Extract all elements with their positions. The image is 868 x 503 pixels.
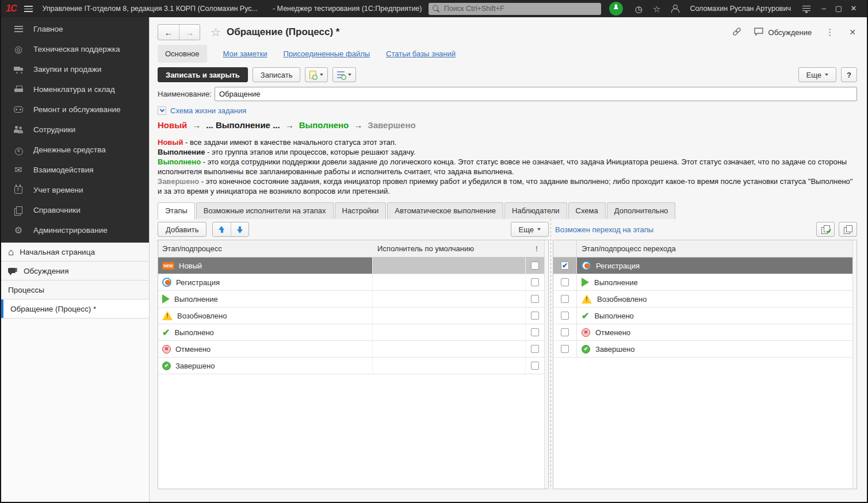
- sidebar-item-repair-service[interactable]: Ремонт и обслуживание: [1, 99, 149, 120]
- name-input[interactable]: [215, 87, 857, 101]
- table-row-cancelled[interactable]: Отменено: [553, 324, 856, 341]
- scrollbar[interactable]: [544, 240, 548, 489]
- executor-cell[interactable]: [373, 358, 526, 374]
- scheme-group-toggle[interactable]: Схема жизни задания: [158, 106, 857, 115]
- table-row-done[interactable]: Выполнено: [158, 324, 548, 341]
- tab-my-notes[interactable]: Мои заметки: [223, 49, 267, 58]
- close-window-button[interactable]: ✕: [846, 0, 861, 17]
- sidebar-item-money[interactable]: Денежные средства: [1, 140, 149, 160]
- sidebar-item-home-page[interactable]: ⌂Начальная страница: [1, 243, 149, 262]
- user-icon[interactable]: [671, 5, 679, 13]
- executor-cell[interactable]: [373, 324, 526, 340]
- sidebar-item-discussions[interactable]: Обсуждения: [1, 262, 149, 281]
- sidebar-item-processes[interactable]: Процессы: [1, 281, 149, 300]
- document-toolbar: Записать и закрыть Записать Еще ?: [158, 67, 857, 82]
- uncheck-all-button[interactable]: [839, 222, 857, 237]
- table-row-resumed[interactable]: Возобновлено: [158, 308, 548, 324]
- global-search[interactable]: [429, 3, 601, 15]
- help-button[interactable]: ?: [841, 67, 857, 82]
- discussion-button[interactable]: Обсуждение: [754, 27, 812, 38]
- save-close-button[interactable]: Записать и закрыть: [158, 67, 248, 82]
- main-menu-icon[interactable]: [24, 6, 33, 12]
- minimize-button[interactable]: ‒: [816, 0, 831, 17]
- sidebar-item-main[interactable]: Главное: [1, 19, 149, 39]
- favorites-icon[interactable]: ☆: [653, 5, 660, 13]
- table-row-cancelled[interactable]: Отменено: [158, 341, 548, 358]
- transition-checkbox[interactable]: [561, 278, 569, 286]
- transition-checkbox[interactable]: [561, 295, 569, 303]
- forward-button[interactable]: →: [179, 25, 200, 40]
- executor-cell[interactable]: [373, 308, 526, 324]
- sidebar-item-nomenclature-warehouse[interactable]: Номенклатура и склад: [1, 79, 149, 99]
- table-row-execution[interactable]: Выполнение: [158, 291, 548, 308]
- important-checkbox[interactable]: [531, 345, 539, 353]
- sidebar-item-tech-support[interactable]: ◎Техническая поддержка: [1, 39, 149, 59]
- tab-main[interactable]: Основное: [158, 45, 207, 63]
- table-row-new[interactable]: NEWНовый: [158, 258, 548, 274]
- create-based-on-button[interactable]: [305, 67, 328, 82]
- back-button[interactable]: ←: [158, 25, 179, 40]
- important-checkbox[interactable]: [531, 312, 539, 320]
- history-icon[interactable]: ◷: [635, 5, 643, 13]
- save-button[interactable]: Записать: [253, 67, 301, 82]
- close-document-icon[interactable]: ✕: [848, 28, 857, 37]
- important-checkbox[interactable]: [531, 362, 539, 370]
- notifications-button[interactable]: [609, 2, 623, 16]
- tab-knowledge-base[interactable]: Статьи базы знаний: [386, 49, 456, 58]
- sidebar-item-employees[interactable]: Сотрудники: [1, 120, 149, 140]
- more-actions-icon[interactable]: ⋮: [823, 27, 836, 37]
- sidebar-item-interactions[interactable]: ✉Взаимодействия: [1, 160, 149, 180]
- table-row-finished[interactable]: Завершено: [158, 358, 548, 374]
- move-down-button[interactable]: [231, 222, 248, 236]
- sidebar-item-current-document[interactable]: Обращение (Процесс) *: [1, 300, 149, 318]
- important-checkbox[interactable]: [531, 278, 539, 286]
- check-all-button[interactable]: ✔: [816, 222, 835, 237]
- description-finished: Завершено - это конечное состояние задан…: [158, 176, 857, 196]
- table-row-registration[interactable]: Регистрация: [553, 258, 856, 274]
- stages-more-button[interactable]: Еще: [511, 222, 549, 237]
- tab-additional[interactable]: Дополнительно: [607, 202, 676, 219]
- tab-auto-execution[interactable]: Автоматическое выполнение: [387, 202, 503, 219]
- tab-scheme[interactable]: Схема: [568, 202, 606, 219]
- service-menu-icon[interactable]: [802, 6, 810, 11]
- transitions-table-header: Этап/подпроцесс перехода: [553, 240, 856, 258]
- important-checkbox[interactable]: [531, 328, 539, 336]
- table-row-finished[interactable]: Завершено: [553, 341, 856, 358]
- table-row-done[interactable]: Выполнено: [553, 308, 856, 324]
- search-input[interactable]: [443, 4, 597, 13]
- important-checkbox[interactable]: [531, 262, 539, 270]
- important-checkbox[interactable]: [531, 295, 539, 303]
- tab-stages[interactable]: Этапы: [158, 202, 195, 220]
- scheme-status-done: Выполнено: [299, 120, 349, 130]
- sidebar-item-administration[interactable]: ⚙Администрирование: [1, 220, 149, 240]
- executor-cell[interactable]: [373, 274, 526, 290]
- table-row-registration[interactable]: Регистрация: [158, 274, 548, 291]
- transition-checkbox[interactable]: [561, 345, 569, 353]
- panel-splitter[interactable]: [549, 219, 553, 489]
- transition-checkbox[interactable]: [561, 312, 569, 320]
- sidebar-item-catalogs[interactable]: Справочники: [1, 200, 149, 220]
- table-row-execution[interactable]: Выполнение: [553, 274, 856, 291]
- scrollbar[interactable]: [852, 240, 856, 489]
- more-button[interactable]: Еще: [798, 67, 836, 82]
- favorite-star-icon[interactable]: ☆: [211, 25, 221, 39]
- description-done: Выполнено - это когда сотрудники поддерж…: [158, 157, 857, 176]
- tab-possible-executors[interactable]: Возможные исполнители на этапах: [196, 202, 334, 219]
- task-life-scheme: Новый → ... Выполнение ... → Выполнено →…: [158, 120, 857, 130]
- executor-cell[interactable]: [373, 291, 526, 307]
- transition-checkbox[interactable]: [561, 328, 569, 336]
- tab-attached-files[interactable]: Присоединенные файлы: [284, 49, 370, 58]
- add-button[interactable]: Добавить: [158, 222, 207, 237]
- tab-settings[interactable]: Настройки: [335, 202, 387, 219]
- executor-cell[interactable]: [373, 258, 526, 274]
- executor-cell[interactable]: [373, 341, 526, 357]
- table-row-resumed[interactable]: Возобновлено: [553, 291, 856, 308]
- sidebar-item-purchases-sales[interactable]: Закупки и продажи: [1, 59, 149, 79]
- tab-observers[interactable]: Наблюдатели: [504, 202, 567, 219]
- maximize-button[interactable]: ▢: [831, 0, 846, 17]
- move-up-button[interactable]: [213, 222, 231, 236]
- get-link-icon[interactable]: [732, 26, 742, 39]
- sidebar-item-time-tracking[interactable]: Учет времени: [1, 180, 149, 200]
- reports-button[interactable]: [332, 67, 356, 82]
- transition-checkbox[interactable]: [561, 262, 569, 270]
